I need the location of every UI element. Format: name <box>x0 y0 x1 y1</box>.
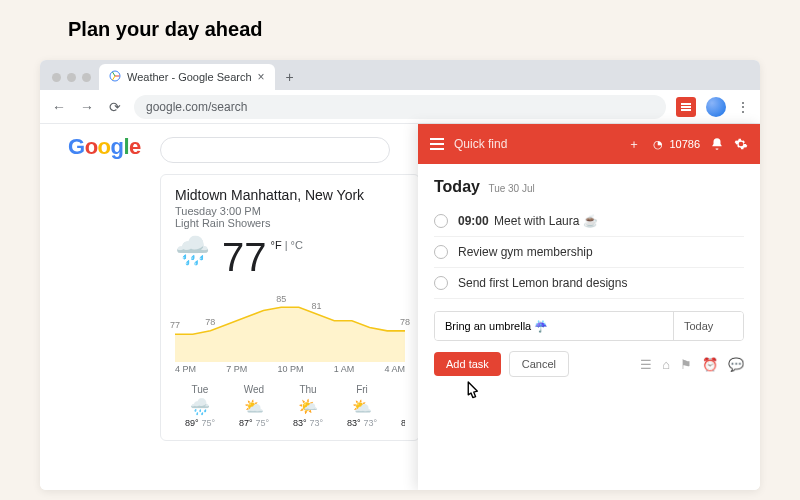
google-favicon-icon <box>109 70 121 84</box>
forecast-day[interactable]: Sat 🌧️ 82°73° <box>391 384 405 428</box>
cancel-button[interactable]: Cancel <box>509 351 569 377</box>
back-icon[interactable]: ← <box>50 99 68 115</box>
window-controls[interactable] <box>48 73 99 90</box>
forecast-day-icon: 🌧️ <box>175 397 225 416</box>
section-date: Tue 30 Jul <box>488 183 534 194</box>
chart-data-label: 78 <box>205 317 215 327</box>
new-task-input[interactable] <box>435 312 673 340</box>
browser-menu-icon[interactable]: ⋮ <box>736 99 750 115</box>
google-search-input[interactable] <box>160 137 390 163</box>
forecast-hi: 83° <box>293 418 307 428</box>
forecast-day-name: Thu <box>283 384 333 395</box>
reload-icon[interactable]: ⟳ <box>106 99 124 115</box>
reminder-clock-icon[interactable]: ⏰ <box>702 357 718 372</box>
forecast-day-name: Sat <box>391 384 405 395</box>
new-tab-button[interactable]: + <box>279 66 301 88</box>
weather-time: Tuesday 3:00 PM <box>175 205 405 217</box>
forward-icon[interactable]: → <box>78 99 96 115</box>
url-input[interactable]: google.com/search <box>134 95 666 119</box>
quick-find-input[interactable] <box>454 137 617 151</box>
notifications-icon[interactable] <box>710 137 724 151</box>
tab-title: Weather - Google Search <box>127 71 252 83</box>
weather-hourly-chart: 7778858178 <box>175 287 405 362</box>
task-checkbox[interactable] <box>434 245 448 259</box>
task-list: 09:00 Meet with Laura ☕ Review gym membe… <box>434 206 744 299</box>
browser-tab[interactable]: Weather - Google Search × <box>99 64 275 90</box>
chart-data-label: 85 <box>276 294 286 304</box>
weather-temp: 77 <box>222 237 267 277</box>
forecast-hi: 87° <box>239 418 253 428</box>
task-row[interactable]: 09:00 Meet with Laura ☕ <box>434 206 744 237</box>
add-task-button[interactable]: Add task <box>434 352 501 376</box>
weather-condition: Light Rain Showers <box>175 217 405 229</box>
forecast-day[interactable]: Wed ⛅ 87°75° <box>229 384 279 428</box>
task-tools: ☰ ⌂ ⚑ ⏰ 💬 <box>640 357 744 372</box>
forecast-day-icon: ⛅ <box>337 397 387 416</box>
tag-icon[interactable]: ⌂ <box>662 357 670 372</box>
forecast-day[interactable]: Tue 🌧️ 89°75° <box>175 384 225 428</box>
chart-data-label: 81 <box>312 301 322 311</box>
forecast-lo: 73° <box>364 418 378 428</box>
comment-icon[interactable]: 💬 <box>728 357 744 372</box>
page-headline: Plan your day ahead <box>68 18 263 41</box>
new-task-row <box>434 311 744 341</box>
browser-window: Weather - Google Search × + ← → ⟳ google… <box>40 60 760 490</box>
menu-icon[interactable] <box>430 137 444 151</box>
forecast-lo: 75° <box>256 418 270 428</box>
forecast-lo: 73° <box>310 418 324 428</box>
address-bar: ← → ⟳ google.com/search ⋮ <box>40 90 760 124</box>
karma-score[interactable]: ◔ 10786 <box>651 137 700 151</box>
settings-gear-icon[interactable] <box>734 137 748 151</box>
task-row[interactable]: Review gym membership <box>434 237 744 268</box>
close-tab-icon[interactable]: × <box>258 70 265 84</box>
profile-avatar[interactable] <box>706 97 726 117</box>
weather-location: Midtown Manhattan, New York <box>175 187 405 203</box>
add-task-icon[interactable]: ＋ <box>627 137 641 151</box>
todoist-extension-icon[interactable] <box>676 97 696 117</box>
task-checkbox[interactable] <box>434 214 448 228</box>
forecast-day-name: Fri <box>337 384 387 395</box>
tab-bar: Weather - Google Search × + <box>40 60 760 90</box>
task-label: Send first Lemon brand designs <box>458 276 627 290</box>
task-label: Review gym membership <box>458 245 593 259</box>
todoist-header: ＋ ◔ 10786 <box>418 124 760 164</box>
forecast-day[interactable]: Fri ⛅ 83°73° <box>337 384 387 428</box>
forecast-day-icon: ⛅ <box>229 397 279 416</box>
flag-icon[interactable]: ⚑ <box>680 357 692 372</box>
forecast-day-name: Wed <box>229 384 279 395</box>
task-row[interactable]: Send first Lemon brand designs <box>434 268 744 299</box>
task-checkbox[interactable] <box>434 276 448 290</box>
weather-card: Midtown Manhattan, New York Tuesday 3:00… <box>160 174 420 441</box>
karma-icon: ◔ <box>651 137 665 151</box>
chart-data-label: 78 <box>400 317 410 327</box>
section-title: Today <box>434 178 480 195</box>
cursor-pointer-icon <box>460 380 482 408</box>
forecast-hi: 82° <box>401 418 405 428</box>
weather-units[interactable]: °F | °C <box>271 239 303 251</box>
forecast-hi: 89° <box>185 418 199 428</box>
forecast-hi: 83° <box>347 418 361 428</box>
weather-current-icon: 🌧️ <box>175 237 210 265</box>
weather-forecast-row: Tue 🌧️ 89°75° Wed ⛅ 87°75° Thu 🌤️ 83°73°… <box>175 384 405 428</box>
page-content: Google Midtown Manhattan, New York Tuesd… <box>40 124 760 490</box>
forecast-day-icon: 🌧️ <box>391 397 405 416</box>
todoist-panel: ＋ ◔ 10786 Today Tue 30 Jul <box>418 124 760 490</box>
list-icon[interactable]: ☰ <box>640 357 652 372</box>
forecast-day-name: Tue <box>175 384 225 395</box>
forecast-lo: 75° <box>202 418 216 428</box>
chart-data-label: 77 <box>170 320 180 330</box>
google-logo[interactable]: Google <box>68 134 141 160</box>
schedule-input[interactable] <box>673 312 743 340</box>
task-label: 09:00 Meet with Laura ☕ <box>458 214 598 228</box>
forecast-day[interactable]: Thu 🌤️ 83°73° <box>283 384 333 428</box>
forecast-day-icon: 🌤️ <box>283 397 333 416</box>
